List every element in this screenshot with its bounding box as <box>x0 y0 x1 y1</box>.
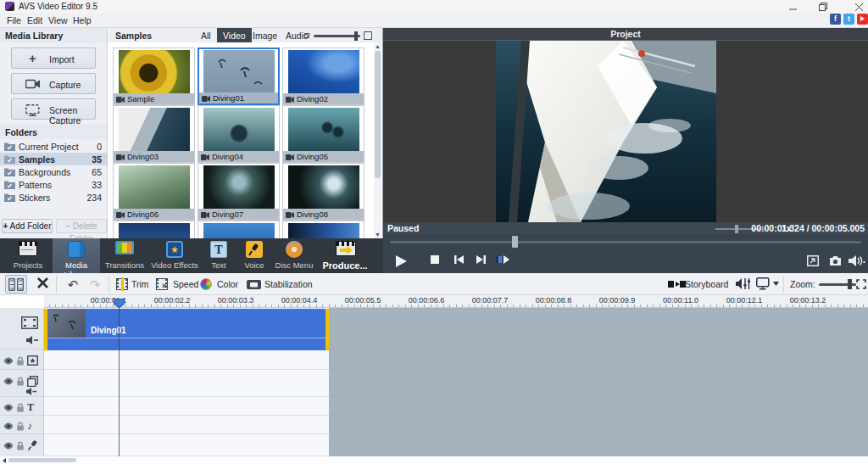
folder-name: Samples <box>19 154 55 165</box>
nav-voice[interactable]: Voice <box>237 238 271 273</box>
twitter-icon[interactable]: t <box>843 14 854 25</box>
close-button[interactable] <box>848 1 868 12</box>
media-items-grid: Sample Diving01 Diving02 Divin <box>108 42 371 238</box>
eye-icon[interactable] <box>3 422 14 430</box>
muted-speaker-icon[interactable] <box>26 388 36 395</box>
lock-icon[interactable] <box>16 422 25 431</box>
lock-icon[interactable] <box>16 356 25 366</box>
scrollbar-thumb[interactable] <box>8 458 76 462</box>
timeline-tracks-area[interactable]: Diving01 <box>44 308 868 456</box>
media-item-diving05[interactable]: Diving05 <box>282 105 364 163</box>
scroll-left-icon[interactable] <box>3 458 6 463</box>
minimize-button[interactable] <box>782 1 804 12</box>
folder-backgrounds[interactable]: Backgrounds 65 <box>0 165 107 178</box>
videocam-icon <box>286 97 294 103</box>
media-item-partial[interactable] <box>282 221 364 238</box>
menu-help[interactable]: Help <box>73 15 92 25</box>
folder-current-project[interactable]: Current Project 0 <box>0 140 107 153</box>
add-folder-button[interactable]: + Add Folder <box>2 219 53 233</box>
folder-patterns[interactable]: Patterns 33 <box>0 178 107 191</box>
screen-capture-button[interactable]: Screen Capture <box>11 98 96 120</box>
playhead-marker[interactable] <box>114 299 125 308</box>
media-item-diving07[interactable]: Diving07 <box>198 163 280 221</box>
timeline-horizontal-scrollbar[interactable] <box>0 456 868 464</box>
nav-text[interactable]: T Text <box>202 238 236 273</box>
lock-icon[interactable] <box>16 403 25 412</box>
tab-all[interactable]: All <box>195 28 217 42</box>
eye-icon[interactable] <box>3 404 14 411</box>
audio-mixer-button[interactable] <box>736 275 753 293</box>
play-selection-button[interactable] <box>492 252 514 271</box>
playback-speed-handle[interactable] <box>735 225 738 233</box>
stabilization-button[interactable]: Stabilization <box>244 275 320 293</box>
display-mode-button[interactable] <box>756 275 780 293</box>
title-bar: AVS Video Editor 9.5 <box>0 0 868 13</box>
media-item-sample[interactable]: Sample <box>113 48 195 105</box>
youtube-icon[interactable] <box>857 14 868 25</box>
zoom-fit-icon[interactable] <box>856 279 866 289</box>
text-track-header: T <box>0 398 43 416</box>
media-item-diving08[interactable]: Diving08 <box>282 163 364 221</box>
thumbnail-image <box>288 50 359 94</box>
lock-icon[interactable] <box>16 441 25 450</box>
split-button[interactable] <box>5 275 27 293</box>
muted-speaker-icon[interactable] <box>26 336 38 344</box>
lock-icon[interactable] <box>16 377 25 386</box>
undo-button[interactable]: ↶ <box>63 277 83 296</box>
snapshot-button[interactable] <box>824 252 846 271</box>
volume-button[interactable] <box>846 252 868 271</box>
audio-mixer-icon <box>736 277 751 290</box>
scroll-down-icon[interactable]: ▼ <box>375 232 381 238</box>
media-item-diving03[interactable]: Diving03 <box>113 105 195 163</box>
timeline-ruler[interactable]: 00:00:01.100:00:02.200:00:03.300:00:04.4… <box>44 295 868 308</box>
stop-button[interactable] <box>424 252 446 271</box>
media-item-partial[interactable] <box>113 221 195 238</box>
fullscreen-button[interactable] <box>802 252 824 271</box>
facebook-icon[interactable]: f <box>830 14 841 25</box>
media-item-partial[interactable] <box>198 221 280 238</box>
scrollbar-thumb[interactable] <box>375 51 381 178</box>
nav-video-effects[interactable]: ★ Video Effects <box>149 238 200 273</box>
maximize-button[interactable] <box>812 1 834 12</box>
thumbnail-size-slider[interactable] <box>314 35 360 37</box>
seek-slider[interactable] <box>390 241 861 243</box>
speed-icon: » <box>156 278 168 290</box>
menu-view[interactable]: View <box>48 15 68 25</box>
nav-produce[interactable]: Produce... <box>317 238 373 273</box>
samples-scrollbar[interactable]: ▲ ▼ <box>374 42 381 238</box>
play-button[interactable] <box>390 252 412 271</box>
import-button[interactable]: + Import <box>11 48 96 69</box>
next-frame-button[interactable] <box>470 252 492 271</box>
nav-disc-menu[interactable]: Disc Menu <box>273 238 315 273</box>
storyboard-button[interactable]: Storyboard <box>666 275 731 293</box>
delete-button[interactable] <box>32 275 53 293</box>
tab-image[interactable]: Image <box>247 28 283 42</box>
menu-edit[interactable]: Edit <box>27 15 42 25</box>
seek-handle[interactable] <box>512 236 518 248</box>
eye-icon[interactable] <box>3 357 14 365</box>
folder-samples[interactable]: Samples 35 <box>0 153 107 165</box>
folder-stickers[interactable]: Stickers 234 <box>0 191 107 204</box>
playhead-line[interactable] <box>119 299 120 456</box>
zoom-slider-handle[interactable] <box>848 279 852 289</box>
media-item-diving01-selected[interactable]: Diving01 <box>198 48 280 105</box>
media-item-diving06[interactable]: Diving06 <box>113 163 195 221</box>
nav-media-library[interactable]: Media Library <box>53 238 100 273</box>
redo-button[interactable]: ↷ <box>85 277 105 296</box>
eye-icon[interactable] <box>3 377 14 385</box>
menu-file[interactable]: File <box>7 15 21 25</box>
clip-video-part[interactable]: Diving01 <box>47 309 326 338</box>
previous-frame-button[interactable] <box>448 252 470 271</box>
eye-icon[interactable] <box>3 442 14 450</box>
nav-transitions[interactable]: Transitions <box>102 238 147 273</box>
scroll-up-icon[interactable]: ▲ <box>375 43 381 49</box>
capture-button[interactable]: Capture <box>11 73 96 94</box>
media-item-diving02[interactable]: Diving02 <box>282 48 364 105</box>
thumbnail-image <box>119 108 190 152</box>
thumbnail-size-slider-handle[interactable] <box>354 31 358 41</box>
nav-projects[interactable]: Projects <box>5 238 51 273</box>
delete-folder-button[interactable]: – Delete Folder <box>56 219 107 233</box>
media-item-diving04[interactable]: Diving04 <box>198 105 280 163</box>
timeline-clip-diving01[interactable]: Diving01 <box>44 309 329 350</box>
color-button[interactable]: Color <box>197 275 246 293</box>
